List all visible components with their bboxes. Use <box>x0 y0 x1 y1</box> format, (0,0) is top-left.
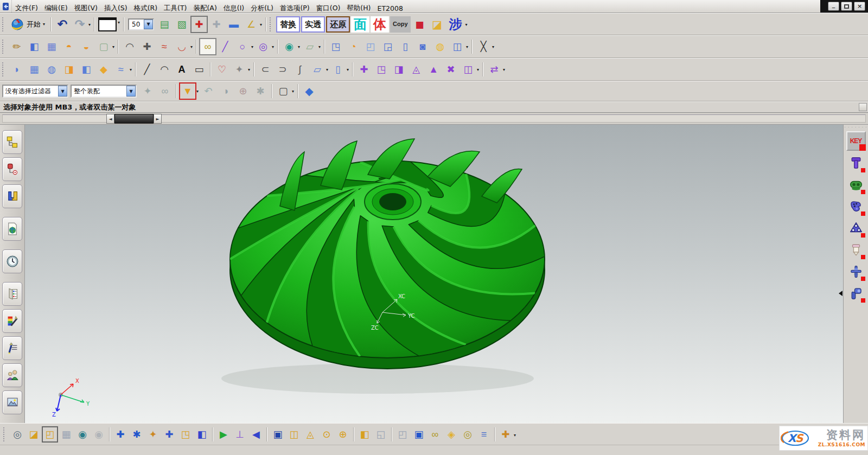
dropdown-caret[interactable]: ▾ <box>251 42 253 49</box>
dropdown-arrow-icon[interactable]: ▼ <box>126 86 136 97</box>
graphics-viewport[interactable]: XC YC ZC X Y Z <box>25 125 843 423</box>
menu-analysis[interactable]: 分析(L) <box>248 0 276 16</box>
show-dof-icon[interactable]: ⊙ <box>318 426 335 443</box>
layer-settings-icon[interactable]: ▤ <box>156 16 173 33</box>
scene-svg[interactable]: XC YC ZC X Y Z <box>25 125 843 423</box>
thicken-icon[interactable]: ◒ <box>78 38 95 55</box>
roles-button[interactable] <box>2 363 22 387</box>
menu-assemblies[interactable]: 装配(A) <box>190 0 219 16</box>
menu-insert[interactable]: 插入(S) <box>101 0 130 16</box>
wave-mode-icon[interactable]: ▶ <box>215 426 232 443</box>
through-curve-mesh-icon[interactable]: ▦ <box>25 61 43 78</box>
toolbar-grip[interactable] <box>2 40 6 54</box>
undo-icon[interactable]: ↶ <box>54 16 71 33</box>
part-navigator-button[interactable] <box>2 184 22 208</box>
box-open-icon[interactable]: ◰ <box>362 38 379 55</box>
promote-body-icon[interactable]: ◳ <box>177 426 194 443</box>
show-component-icon[interactable]: ◰ <box>42 426 58 443</box>
scroll-left-icon[interactable]: ◄ <box>106 114 114 124</box>
toolbar-grip[interactable] <box>270 17 273 31</box>
frame-cube-icon[interactable]: ◫ <box>449 38 466 55</box>
project-curve-icon[interactable]: ⊃ <box>274 61 291 78</box>
start-button[interactable]: 开始 ▾ <box>8 15 48 34</box>
datum-plane-icon[interactable]: ▱ <box>301 38 318 55</box>
palette-cylinder-head-button[interactable] <box>847 284 865 303</box>
wave-geometry-linker-icon[interactable]: ◰ <box>394 426 411 443</box>
constraint-navigator-button[interactable] <box>2 157 22 181</box>
bounded-plane-icon[interactable]: ▢ <box>95 38 112 55</box>
copy-button[interactable]: Copy <box>390 16 411 33</box>
dropdown-caret[interactable]: ▾ <box>514 431 516 438</box>
dropdown-caret[interactable]: ▾ <box>466 42 468 49</box>
spinner-arrow-icon[interactable]: ▼ <box>144 20 153 29</box>
web-browser-button[interactable] <box>2 217 22 241</box>
shaded-view-cube-icon[interactable]: ◆ <box>301 82 318 100</box>
selection-filter-dropdown[interactable]: 没有选择过滤器 ▼ <box>2 85 68 98</box>
delete-face-icon[interactable]: ✖ <box>442 61 459 78</box>
menu-view[interactable]: 视图(V) <box>72 0 100 16</box>
flatten-sheet-icon[interactable]: ▱ <box>309 61 326 78</box>
sketch-icon[interactable]: ✏ <box>8 38 25 55</box>
dropdown-caret[interactable]: ▾ <box>298 42 300 49</box>
palette-sleeve-button[interactable] <box>847 241 865 259</box>
extrude-icon[interactable]: ◳ <box>327 38 344 55</box>
dropdown-caret[interactable]: ▾ <box>503 65 505 72</box>
restore-button[interactable]: 还原 <box>326 16 350 33</box>
dropdown-arrow-icon[interactable]: ▼ <box>58 86 67 97</box>
dropdown-caret[interactable]: ▾ <box>477 65 479 72</box>
arc2-icon[interactable]: ◠ <box>156 61 173 78</box>
component-set-icon[interactable]: ▦ <box>58 426 74 443</box>
dropdown-caret[interactable]: ▾ <box>318 42 321 49</box>
dropdown-caret[interactable]: ▾ <box>196 87 199 94</box>
body-button[interactable]: 体 <box>371 16 389 33</box>
dropdown-caret[interactable]: ▾ <box>465 20 468 27</box>
rectangle-select-icon[interactable]: ▢ <box>275 82 292 100</box>
she-button[interactable]: 涉 <box>446 16 465 33</box>
offset-sheet-icon[interactable]: ◨ <box>60 61 78 78</box>
unroll-icon[interactable]: ▯ <box>329 61 347 78</box>
dropdown-caret[interactable]: ▾ <box>88 20 91 27</box>
toolbar-grip[interactable] <box>3 427 7 441</box>
pattern-component-icon[interactable]: ✚ <box>161 426 177 443</box>
assembly-navigator-button[interactable] <box>2 130 22 154</box>
menu-tools[interactable]: 工具(T) <box>161 0 189 16</box>
boolean-icon[interactable]: ◉ <box>280 38 298 55</box>
menu-preferences[interactable]: 首选项(P) <box>277 0 312 16</box>
palette-link-block-button[interactable] <box>847 176 865 194</box>
menu-window[interactable]: 窗口(O) <box>314 0 343 16</box>
move-component-icon[interactable]: ◫ <box>286 426 302 443</box>
menu-et2008[interactable]: ET2008 <box>375 0 406 16</box>
assembly-constraints-icon[interactable]: ◬ <box>302 426 318 443</box>
reuse-library-button[interactable] <box>2 282 22 306</box>
dropdown-caret[interactable]: ▾ <box>272 42 274 49</box>
offset-curve-icon[interactable]: ⊂ <box>257 61 274 78</box>
combine-curve-icon[interactable]: ∫ <box>291 61 309 78</box>
resize-blend-icon[interactable]: ▲ <box>425 61 442 78</box>
close-button[interactable]: × <box>854 2 865 11</box>
suppress-component-icon[interactable]: ⊥ <box>232 426 248 443</box>
minimize-button[interactable]: _ <box>828 2 839 11</box>
relink-icon[interactable]: ◎ <box>459 426 476 443</box>
fillet-sheet-icon[interactable]: ◆ <box>95 61 112 78</box>
menu-help[interactable]: 帮助(H) <box>344 0 373 16</box>
layer-visible-icon[interactable]: ▧ <box>173 16 190 33</box>
deselect-icon[interactable]: ◑ <box>217 82 234 100</box>
display-color-swatch[interactable] <box>97 17 118 31</box>
offset-region-icon[interactable]: ◨ <box>390 61 407 78</box>
palette-collapse-arrow[interactable] <box>839 291 843 296</box>
replace-face-icon[interactable]: ◬ <box>407 61 425 78</box>
rings-icon[interactable]: ∞ <box>156 82 174 100</box>
open-component-icon[interactable]: ◪ <box>25 426 42 443</box>
replace-component-icon[interactable]: ◀ <box>248 426 264 443</box>
copy-face-icon[interactable]: ◫ <box>459 61 477 78</box>
dropdown-caret[interactable]: ▾ <box>248 65 250 72</box>
palette-bracket-button[interactable] <box>847 197 865 216</box>
trimmed-sheet-icon[interactable]: ◍ <box>43 61 60 78</box>
snapshot-disabled-icon[interactable]: ◉ <box>91 426 107 443</box>
offset-surface-icon[interactable]: ◓ <box>60 38 78 55</box>
dropdown-caret[interactable]: ▾ <box>118 18 120 25</box>
pull-face-icon[interactable]: ◳ <box>373 61 390 78</box>
palette-tri-plate-button[interactable] <box>847 219 865 238</box>
wave-linked-body-icon[interactable]: ▣ <box>411 426 427 443</box>
datum-csys-icon[interactable]: ╳ <box>475 38 492 55</box>
